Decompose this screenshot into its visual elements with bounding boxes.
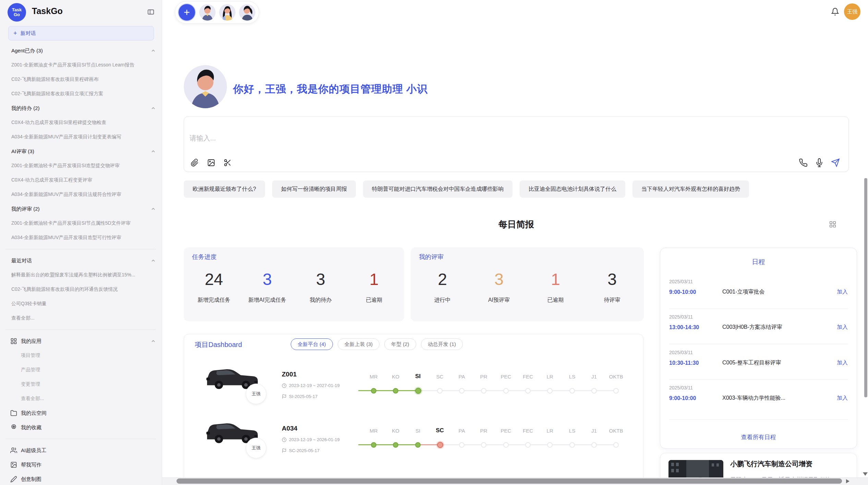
add-member-button[interactable]	[178, 3, 196, 21]
sidebar-item-ai-super-staff[interactable]: AI超级员工	[0, 443, 161, 458]
app-item-change-mgmt[interactable]: 变更管理	[0, 377, 161, 391]
sidebar-collapse-icon[interactable]	[147, 8, 155, 16]
attach-icon[interactable]	[191, 159, 199, 167]
microphone-icon[interactable]	[815, 158, 824, 167]
project-milestone-flag: SC-2025-05-17	[282, 448, 320, 453]
milestone-dot	[613, 442, 619, 448]
join-button[interactable]: 加入	[837, 395, 848, 402]
join-button[interactable]: 加入	[837, 359, 848, 366]
recent-chat-item[interactable]: C02-飞腾新能源轻客改款项目的闭环通告反馈情况	[0, 282, 161, 297]
member-avatar[interactable]	[199, 4, 216, 21]
scroll-right-arrow[interactable]	[846, 479, 849, 483]
new-chat-label: 新对话	[21, 30, 36, 37]
schedule-event-title: C003|H0B-方案冻结评审	[722, 324, 837, 331]
new-chat-button[interactable]: + 新对话	[8, 26, 154, 40]
task-item[interactable]: A034-全新新能源MUV产品开发项目造型可行性评审	[0, 231, 161, 245]
section-my-review[interactable]: 我的评审 (2)	[0, 202, 161, 216]
task-item[interactable]: A034-全新新能源MUV产品开发项目法规符合性评审	[0, 187, 161, 202]
sidebar-item-my-apps[interactable]: 我的应用	[0, 334, 161, 348]
chat-input-card[interactable]: 请输入...	[184, 116, 849, 172]
chevron-up-icon[interactable]	[150, 258, 156, 263]
notification-bell-icon[interactable]	[831, 8, 839, 16]
view-all-apps[interactable]: 查看全部...	[0, 391, 161, 406]
schedule-card: 日程 2025/03/11 9:00-10:00 C001-立项审批会 加入 2…	[660, 248, 857, 449]
project-dashboard-card	[184, 334, 643, 485]
sidebar-item-label: 创意制图	[21, 476, 41, 483]
scroll-down-arrow[interactable]	[863, 472, 868, 476]
vertical-scrollbar-thumb[interactable]	[864, 178, 867, 397]
chevron-up-icon[interactable]	[150, 105, 156, 111]
chevron-up-icon[interactable]	[150, 206, 156, 212]
suggestion-chip[interactable]: 比亚迪全固态电池计划具体说了什么	[520, 181, 625, 198]
tab-model-year[interactable]: 年型 (2)	[384, 338, 416, 350]
flag-icon	[282, 394, 287, 399]
briefing-layout-icon[interactable]	[829, 221, 836, 228]
users-icon	[10, 447, 17, 454]
screenshot-scissors-icon[interactable]	[224, 159, 232, 167]
horizontal-scrollbar-thumb[interactable]	[177, 478, 842, 484]
view-all-chats[interactable]: 查看全部...	[0, 311, 161, 325]
task-item[interactable]: C0X4-动力总成开发项目工程变更评审	[0, 173, 161, 187]
project-flag-text: SC-2025-05-17	[289, 448, 320, 453]
member-avatar[interactable]	[219, 4, 236, 21]
sidebar-item-label: 我的收藏	[21, 424, 41, 431]
schedule-item: 2025/03/11 9:00-10:00 C001-立项审批会 加入	[669, 279, 848, 296]
task-item[interactable]: Z001-全新燃油轻卡产品开发项目SI节点属性5D文件评审	[0, 216, 161, 231]
task-item[interactable]: Z001-全新燃油轻卡产品开发项目SI造型提交物评审	[0, 159, 161, 173]
stat-label: 新增完成任务	[187, 297, 241, 304]
tab-powertrain[interactable]: 动总开发 (1)	[421, 338, 463, 350]
suggestion-chip[interactable]: 欧洲新规最近颁布了什么?	[184, 181, 265, 198]
app-item-product-mgmt[interactable]: 产品管理	[0, 363, 161, 377]
milestone-dot	[459, 442, 465, 448]
sidebar-item-cloud-space[interactable]: 我的云空间	[0, 406, 161, 420]
milestone-track: MR KO SI SC PA PR PEC FEC LR LS J1 OKTB	[358, 426, 632, 450]
user-avatar[interactable]: 王强	[844, 3, 860, 20]
task-item[interactable]: C02-飞腾新能源轻客改款项目立项汇报方案	[0, 87, 161, 101]
sidebar-item-creative-drawing[interactable]: 创意制图	[0, 472, 161, 485]
sidebar-item-favorites[interactable]: 我的收藏	[0, 420, 161, 435]
recent-chat-item[interactable]: 解释最新出台的欧盟报废车法规再生塑料比例被调至15%...	[0, 268, 161, 282]
stat-value: 3	[471, 270, 527, 289]
stat-value: 3	[584, 270, 640, 289]
suggestion-chips: 欧洲新规最近颁布了什么? 如何写一份清晰的项目周报 特朗普可能对进口汽车增税会对…	[184, 181, 851, 198]
suggestion-chip[interactable]: 如何写一份清晰的项目周报	[272, 181, 356, 198]
schedule-time: 9:00-10:00	[669, 289, 722, 295]
task-item[interactable]: A034-全新新能源MUV产品开发项目计划变更表编写	[0, 130, 161, 144]
tab-new-platform[interactable]: 全新平台 (4)	[291, 338, 333, 350]
task-item[interactable]: C02-飞腾新能源轻客改款项目里程碑画布	[0, 72, 161, 87]
app-item-project-mgmt[interactable]: 项目管理	[0, 348, 161, 363]
chevron-up-icon[interactable]	[150, 48, 156, 53]
news-title: 小鹏飞行汽车制造公司增资	[730, 459, 812, 469]
view-all-schedule-link[interactable]: 查看所有日程	[660, 433, 857, 441]
image-upload-icon[interactable]	[207, 159, 215, 167]
milestone-dot	[437, 388, 443, 394]
join-button[interactable]: 加入	[837, 324, 848, 331]
milestone-label: OKTB	[602, 428, 630, 434]
section-agent-done[interactable]: Agent已办 (3)	[0, 43, 161, 58]
member-avatar[interactable]	[239, 4, 255, 21]
milestone-dot	[547, 442, 553, 448]
suggestion-chip[interactable]: 特朗普可能对进口汽车增税会对中国车企造成哪些影响	[363, 181, 513, 198]
sidebar-item-help-me-write[interactable]: 帮我写作	[0, 458, 161, 472]
stat-in-progress: 2 进行中	[414, 270, 471, 304]
tab-new-body[interactable]: 全新上装 (3)	[338, 338, 380, 350]
task-item[interactable]: C0X4-动力总成开发项目SI里程碑提交物检查	[0, 115, 161, 130]
section-my-todo[interactable]: 我的待办 (2)	[0, 101, 161, 115]
chevron-up-icon[interactable]	[150, 149, 156, 154]
clock-icon	[282, 437, 287, 442]
chevron-up-icon[interactable]	[150, 338, 156, 344]
project-name[interactable]: A034	[282, 425, 297, 432]
stat-overdue: 1 已逾期	[347, 270, 401, 304]
section-title: Agent已办 (3)	[11, 48, 43, 54]
recent-chat-item[interactable]: 公司Q3轻卡销量	[0, 297, 161, 311]
section-recent-chats[interactable]: 最近对话	[0, 253, 161, 268]
suggestion-chip[interactable]: 当下年轻人对汽车外观有怎样的喜好趋势	[632, 181, 749, 198]
send-icon[interactable]	[831, 158, 840, 167]
join-button[interactable]: 加入	[837, 288, 848, 296]
voice-call-icon[interactable]	[799, 158, 808, 167]
section-ai-review[interactable]: AI评审 (3)	[0, 144, 161, 159]
section-title: 我的待办 (2)	[11, 105, 40, 112]
project-name[interactable]: Z001	[282, 371, 297, 378]
card-title: 任务进度	[192, 253, 217, 261]
task-item[interactable]: Z001-全新燃油皮卡产品开发项目SI节点Lesson Learn报告	[0, 58, 161, 72]
